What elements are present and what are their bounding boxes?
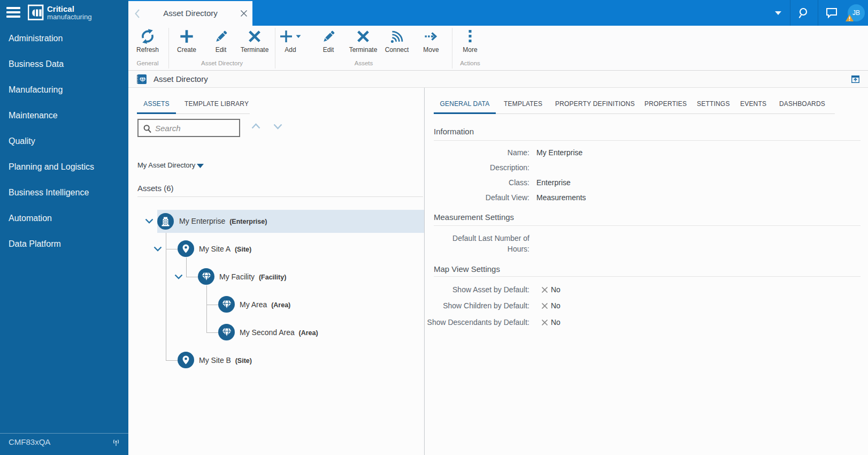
svg-text:Critical: Critical	[47, 4, 74, 13]
svg-text:manufacturing: manufacturing	[47, 13, 92, 21]
